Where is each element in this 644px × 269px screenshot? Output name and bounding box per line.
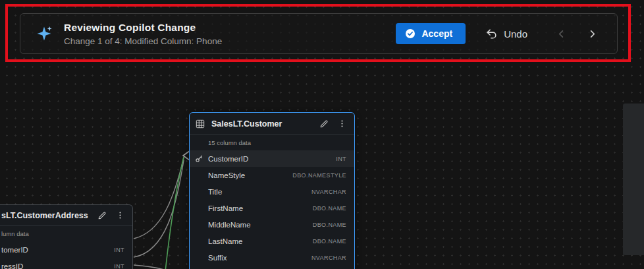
change-navigation xyxy=(555,28,599,40)
chevron-left-icon xyxy=(556,29,566,39)
table-actions xyxy=(318,118,348,130)
edge-line xyxy=(134,158,184,239)
pencil-icon xyxy=(319,119,329,129)
copilot-review-banner: Reviewing Copilot Change Change 1 of 4: … xyxy=(20,13,618,54)
chevron-right-icon xyxy=(587,29,597,39)
table-row[interactable]: LastName DBO.NAME xyxy=(190,233,354,249)
table-card-customer-address[interactable]: sLT.CustomerAddress lumn data tomerID IN… xyxy=(0,204,133,269)
banner-title: Reviewing Copilot Change xyxy=(64,22,222,34)
accept-button[interactable]: Accept xyxy=(396,23,466,44)
schema-designer-canvas: Reviewing Copilot Change Change 1 of 4: … xyxy=(0,0,644,269)
column-type: DBO.NAME xyxy=(313,222,346,228)
next-change-button[interactable] xyxy=(586,28,599,40)
table-row[interactable]: tomerID INT xyxy=(0,241,132,258)
table-row[interactable]: MiddleName DBO.NAME xyxy=(190,216,354,233)
column-type: INT xyxy=(114,247,124,253)
copilot-sparkle-icon xyxy=(35,24,53,43)
edge-line-green xyxy=(165,157,184,269)
table-row[interactable]: FirstName DBO.NAME xyxy=(190,200,354,216)
more-options-button[interactable] xyxy=(115,210,126,221)
table-title: SalesLT.Customer xyxy=(211,119,282,129)
accept-button-label: Accept xyxy=(421,28,452,39)
banner-subtitle: Change 1 of 4: Modified Column: Phone xyxy=(64,36,222,46)
column-type: INT xyxy=(114,263,124,269)
previous-change-button[interactable] xyxy=(555,28,568,40)
table-row[interactable]: Suffix NVARCHAR xyxy=(190,249,354,266)
column-type: DBO.NAME xyxy=(313,205,346,212)
edit-table-button[interactable] xyxy=(318,118,330,130)
column-type: INT xyxy=(336,156,346,162)
table-card-customer[interactable]: SalesLT.Customer 15 column data xyxy=(189,112,355,269)
column-name: ressID xyxy=(1,262,23,269)
column-name: tomerID xyxy=(1,246,28,254)
table-card-header[interactable]: SalesLT.Customer xyxy=(190,113,354,135)
more-options-button[interactable] xyxy=(336,118,348,129)
edge-line xyxy=(134,160,184,257)
undo-icon xyxy=(485,28,498,40)
undo-button-label: Undo xyxy=(504,28,527,40)
column-name: Suffix xyxy=(208,254,227,262)
table-actions xyxy=(96,210,126,222)
column-count-label: lumn data xyxy=(0,226,132,241)
column-name: Title xyxy=(208,188,222,196)
table-row[interactable]: Title NVARCHAR xyxy=(190,183,354,200)
column-name: FirstName xyxy=(208,204,243,212)
undo-button[interactable]: Undo xyxy=(485,28,527,40)
table-card-header[interactable]: sLT.CustomerAddress xyxy=(0,205,132,226)
column-type: NVARCHAR xyxy=(311,254,346,261)
column-type: DBO.NAMESTYLE xyxy=(292,172,346,179)
table-row[interactable]: NameStyle DBO.NAMESTYLE xyxy=(190,167,354,183)
column-type: DBO.NAME xyxy=(313,238,346,245)
column-name: CustomerID xyxy=(208,155,248,163)
edit-table-button[interactable] xyxy=(96,210,108,222)
table-title: sLT.CustomerAddress xyxy=(1,211,88,220)
column-type: NVARCHAR xyxy=(311,189,346,195)
check-circle-icon xyxy=(405,28,416,39)
column-name: NameStyle xyxy=(208,171,245,179)
column-count-label: 15 column data xyxy=(190,135,354,150)
kebab-menu-icon xyxy=(116,211,124,220)
table-grid-icon xyxy=(196,119,205,129)
pencil-icon xyxy=(97,211,107,220)
banner-text: Reviewing Copilot Change Change 1 of 4: … xyxy=(64,22,222,46)
column-name: MiddleName xyxy=(208,221,251,229)
primary-key-icon xyxy=(195,154,203,163)
table-row[interactable]: CustomerID INT xyxy=(190,150,354,167)
kebab-menu-icon xyxy=(338,119,346,128)
column-name: LastName xyxy=(208,237,242,245)
table-row[interactable]: ressID INT xyxy=(0,258,132,269)
clipped-table-node[interactable] xyxy=(623,104,644,255)
edge-line xyxy=(134,265,170,269)
